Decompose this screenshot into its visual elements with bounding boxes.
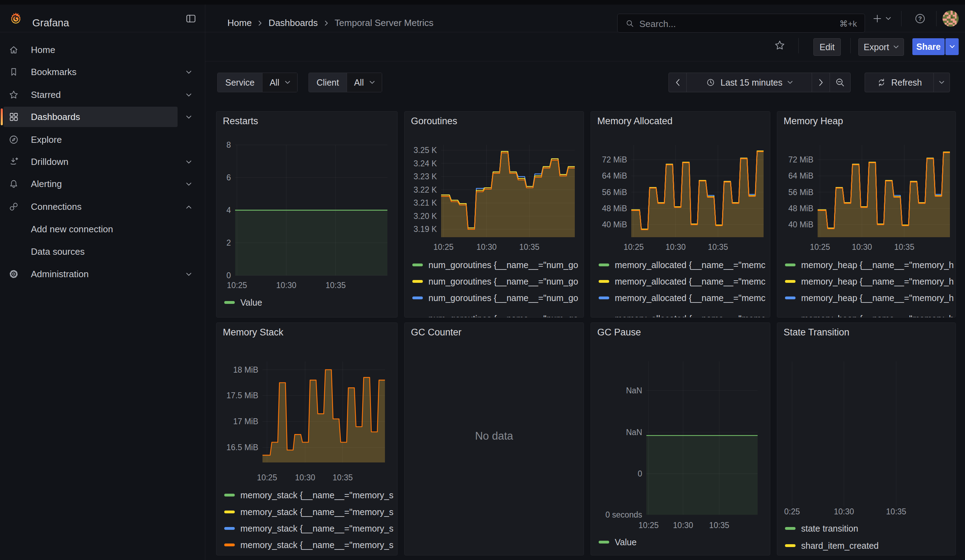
refresh-button[interactable]: Refresh bbox=[865, 73, 934, 92]
grafana-app: Grafana Home Dashboards Temporal Server … bbox=[0, 0, 965, 560]
service-filter[interactable]: Service All bbox=[217, 73, 298, 92]
time-series-chart[interactable]: 18 MiB17.5 MiB17 MiB16.5 MiB10:2510:3010… bbox=[216, 323, 397, 555]
legend-item[interactable]: memory_stack {__name__="memory_s bbox=[216, 490, 397, 500]
connections-icon bbox=[8, 201, 19, 212]
legend-series-label: shard_item_created bbox=[801, 541, 879, 551]
share-menu-button[interactable] bbox=[945, 38, 959, 55]
toolbar-divider bbox=[850, 38, 851, 53]
svg-text:16.5 MiB: 16.5 MiB bbox=[226, 443, 258, 452]
breadcrumb-home[interactable]: Home bbox=[227, 18, 252, 28]
svg-text:6: 6 bbox=[226, 173, 231, 182]
sidebar-item-dashboards[interactable]: Dashboards bbox=[3, 107, 199, 127]
panel-memory-allocated[interactable]: Memory Allocated 72 MiB64 MiB56 MiB48 Mi… bbox=[590, 111, 770, 318]
legend-item[interactable]: memory_allocated {__name__="memc bbox=[591, 314, 770, 318]
svg-text:NaN: NaN bbox=[626, 428, 642, 437]
svg-text:8: 8 bbox=[226, 140, 231, 149]
star-icon[interactable] bbox=[774, 39, 786, 51]
legend-item[interactable]: num_goroutines {__name__="num_go bbox=[405, 293, 584, 303]
legend-series-marker bbox=[224, 494, 235, 496]
search-input[interactable]: Search... ⌘+k bbox=[617, 14, 865, 33]
time-series-chart[interactable]: 8642010:2510:3010:35 bbox=[216, 112, 397, 317]
legend-item[interactable]: memory_allocated {__name__="memc bbox=[591, 293, 770, 303]
sidebar-item-home[interactable]: Home bbox=[3, 40, 199, 60]
time-series-chart[interactable]: NaNNaN00 seconds10:2510:3010:35 bbox=[591, 323, 770, 555]
sidebar-item-bookmarks[interactable]: Bookmarks bbox=[3, 62, 199, 82]
legend-series-marker bbox=[599, 297, 609, 299]
panel-state-transition[interactable]: State Transition 0:2510:3010:35 state tr… bbox=[777, 322, 956, 555]
legend-item[interactable]: memory_heap {__name__="memory_h bbox=[777, 260, 955, 270]
refresh-interval-button[interactable] bbox=[934, 73, 950, 92]
chevron-down-icon bbox=[886, 17, 891, 20]
legend-item[interactable]: num_goroutines {__name__="num_go bbox=[405, 276, 584, 286]
legend-series-label: num_goroutines {__name__="num_go bbox=[429, 260, 578, 270]
legend-item[interactable]: Value bbox=[216, 297, 397, 307]
legend-series-label: memory_stack {__name__="memory_s bbox=[240, 524, 393, 534]
sidebar-item-add-new-connection[interactable]: Add new connection bbox=[3, 219, 199, 239]
legend-series-marker bbox=[599, 263, 609, 266]
legend-series-label: memory_allocated {__name__="memc bbox=[615, 314, 765, 318]
panel-goroutines[interactable]: Goroutines 3.25 K3.24 K3.23 K3.22 K3.21 … bbox=[404, 111, 584, 318]
panel-restarts[interactable]: Restarts 8642010:2510:3010:35 Value bbox=[216, 111, 397, 318]
sidebar-item-connections[interactable]: Connections bbox=[3, 196, 199, 217]
legend-item[interactable]: memory_heap {__name__="memory_h bbox=[777, 314, 955, 318]
sidebar-item-starred[interactable]: Starred bbox=[3, 85, 199, 105]
legend-item[interactable]: state transition bbox=[777, 524, 955, 533]
panel-gc-counter[interactable]: GC Counter No data bbox=[404, 322, 584, 555]
sidebar-item-explore[interactable]: Explore bbox=[3, 129, 199, 150]
dashboards-grid-icon bbox=[8, 112, 19, 122]
service-filter-value[interactable]: All bbox=[262, 73, 297, 92]
plus-icon bbox=[872, 14, 882, 23]
svg-text:0: 0 bbox=[638, 469, 642, 478]
svg-text:56 MiB: 56 MiB bbox=[602, 188, 627, 197]
legend-item[interactable]: shard_item_created bbox=[777, 541, 955, 550]
sidebar-toggle-icon[interactable] bbox=[185, 13, 196, 24]
time-forward-button[interactable] bbox=[812, 73, 830, 92]
service-filter-selected: All bbox=[270, 78, 279, 88]
svg-text:56 MiB: 56 MiB bbox=[788, 188, 813, 197]
legend-series-label: memory_heap {__name__="memory_h bbox=[801, 276, 954, 287]
legend-item[interactable]: memory_allocated {__name__="memc bbox=[591, 260, 770, 270]
create-new-button[interactable] bbox=[872, 14, 891, 23]
share-button[interactable]: Share bbox=[913, 38, 945, 55]
panel-memory-heap[interactable]: Memory Heap 72 MiB64 MiB56 MiB48 MiB40 M… bbox=[777, 111, 956, 318]
svg-text:10:30: 10:30 bbox=[673, 521, 693, 530]
zoom-out-button[interactable] bbox=[829, 73, 851, 92]
chevron-down-icon bbox=[186, 183, 191, 186]
legend-series-marker bbox=[412, 263, 423, 266]
legend-item[interactable]: memory_stack {__name__="memory_s bbox=[216, 540, 397, 550]
chevron-down-icon bbox=[186, 93, 191, 97]
svg-text:3.22 K: 3.22 K bbox=[414, 185, 437, 194]
legend-item[interactable]: memory_heap {__name__="memory_h bbox=[777, 293, 955, 303]
svg-text:10:25: 10:25 bbox=[623, 242, 644, 251]
sidebar-item-drilldown[interactable]: Drilldown bbox=[3, 152, 199, 172]
edit-button[interactable]: Edit bbox=[813, 38, 841, 56]
chevron-down-icon bbox=[370, 81, 375, 84]
time-back-button[interactable] bbox=[669, 73, 687, 92]
legend-item[interactable]: memory_allocated {__name__="memc bbox=[591, 276, 770, 286]
svg-text:10:30: 10:30 bbox=[852, 242, 872, 251]
export-button[interactable]: Export bbox=[858, 38, 904, 56]
client-filter-selected: All bbox=[354, 78, 364, 88]
time-range-picker[interactable]: Last 15 minutes bbox=[686, 73, 812, 92]
client-filter[interactable]: Client All bbox=[308, 73, 382, 92]
legend-item[interactable]: memory_stack {__name__="memory_s bbox=[216, 524, 397, 533]
legend-item[interactable]: Value bbox=[591, 537, 770, 547]
sidebar-item-data-sources[interactable]: Data sources bbox=[3, 242, 199, 262]
legend-item[interactable]: num_goroutines {__name__="num_go bbox=[405, 314, 584, 318]
help-icon[interactable]: ? bbox=[914, 13, 926, 24]
legend-item[interactable]: memory_stack {__name__="memory_s bbox=[216, 507, 397, 517]
panel-memory-stack[interactable]: Memory Stack 18 MiB17.5 MiB17 MiB16.5 Mi… bbox=[216, 322, 397, 555]
avatar[interactable] bbox=[942, 11, 959, 27]
legend-item[interactable]: num_goroutines {__name__="num_go bbox=[405, 260, 584, 270]
svg-text:72 MiB: 72 MiB bbox=[602, 155, 627, 164]
panel-gc-pause[interactable]: GC Pause NaNNaN00 seconds10:2510:3010:35… bbox=[590, 322, 770, 555]
time-series-chart[interactable]: 0:2510:3010:35 bbox=[777, 323, 955, 555]
svg-text:64 MiB: 64 MiB bbox=[788, 171, 813, 180]
sidebar-item-alerting[interactable]: Alerting bbox=[3, 174, 199, 194]
client-filter-label: Client bbox=[309, 73, 347, 92]
sidebar-item-administration[interactable]: Administration bbox=[3, 264, 199, 284]
breadcrumb-dashboards[interactable]: Dashboards bbox=[268, 18, 317, 28]
chevron-down-icon bbox=[285, 81, 290, 84]
client-filter-value[interactable]: All bbox=[347, 73, 382, 92]
legend-item[interactable]: memory_heap {__name__="memory_h bbox=[777, 276, 955, 286]
